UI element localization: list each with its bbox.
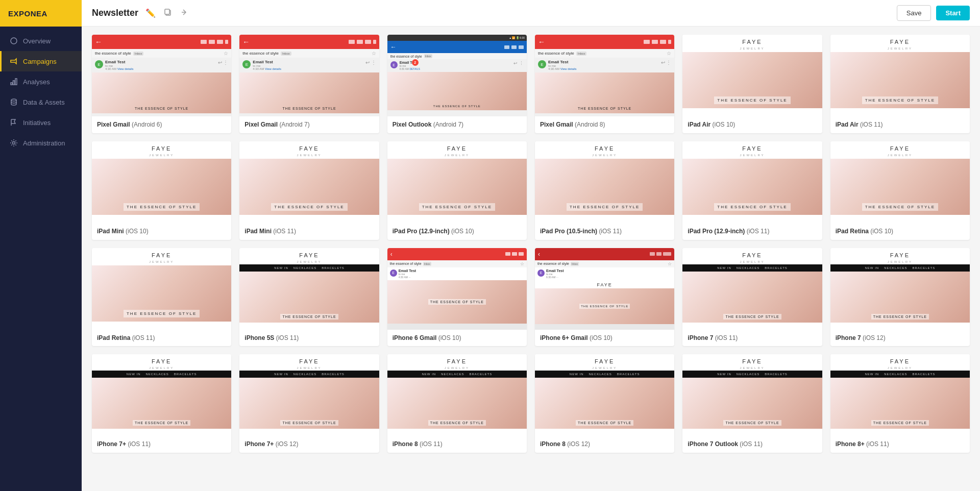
sidebar-item-overview[interactable]: Overview [0, 31, 82, 51]
card-label-7: iPad Mini (iOS 10) [92, 223, 231, 240]
preview-card-3[interactable]: ▲ 📶 🔋 6:30 ← the essence of style Inbox [387, 35, 527, 133]
card-img-16: ‹ the essence of style Inbox ☆ E [535, 248, 674, 330]
sidebar-item-administration[interactable]: Administration [0, 133, 82, 153]
card-img-2: ← the essence of style Inbox ☆ [239, 35, 379, 116]
settings-icon [10, 139, 18, 147]
card-img-22: FAYE JEWELRY NEW IN NECKLACES BRACELETS … [535, 354, 674, 436]
card-img-14: FAYE JEWELRY NEW IN NECKLACES BRACELETS … [239, 248, 379, 330]
card-img-8: FAYE JEWELRY THE ESSENCE OF STYLE [239, 141, 379, 223]
card-label-13: iPad Retina (iOS 11) [92, 330, 231, 347]
preview-card-21[interactable]: FAYE JEWELRY NEW IN NECKLACES BRACELETS … [387, 354, 527, 453]
preview-card-24[interactable]: FAYE JEWELRY NEW IN NECKLACES BRACELETS … [830, 354, 970, 453]
card-label-15: iPhone 6 Gmail (iOS 10) [387, 330, 527, 347]
preview-card-15[interactable]: ‹ the essence of style Inbox ☆ E [387, 248, 527, 347]
preview-area[interactable]: ← the essence of style Inbox ☆ [82, 27, 980, 491]
sidebar-item-initiatives[interactable]: Initiatives [0, 112, 82, 133]
top-header: Newsletter ✏️ Save Start [82, 0, 980, 27]
save-button[interactable]: Save [897, 5, 932, 21]
card-img-13: FAYE JEWELRY THE ESSENCE OF STYLE [92, 248, 231, 330]
preview-card-17[interactable]: FAYE JEWELRY NEW IN NECKLACES BRACELETS … [682, 248, 822, 347]
card-label-23: iPhone 7 Outlook (iOS 11) [682, 436, 822, 453]
preview-card-8[interactable]: FAYE JEWELRY THE ESSENCE OF STYLE iPad M… [239, 141, 379, 240]
preview-card-7[interactable]: FAYE JEWELRY THE ESSENCE OF STYLE iPad M… [92, 141, 231, 240]
preview-card-4[interactable]: ← the essence of style Inbox ☆ [535, 35, 674, 133]
card-img-17: FAYE JEWELRY NEW IN NECKLACES BRACELETS … [682, 248, 822, 330]
card-label-1: Pixel Gmail (Android 6) [92, 116, 231, 133]
card-label-3: Pixel Outlook (Android 7) [387, 116, 527, 133]
logo: EXPONEA [0, 0, 82, 27]
sidebar-item-campaigns[interactable]: Campaigns [0, 51, 82, 71]
preview-card-14[interactable]: FAYE JEWELRY NEW IN NECKLACES BRACELETS … [239, 248, 379, 347]
preview-grid: ← the essence of style Inbox ☆ [92, 35, 970, 453]
card-img-21: FAYE JEWELRY NEW IN NECKLACES BRACELETS … [387, 354, 527, 436]
megaphone-icon [10, 57, 18, 65]
card-label-20: iPhone 7+ (iOS 12) [239, 436, 379, 453]
card-img-6: FAYE JEWELRY THE ESSENCE OF STYLE [830, 35, 970, 116]
card-label-10: iPad Pro (10.5-inch) (iOS 11) [535, 223, 674, 240]
preview-card-16[interactable]: ‹ the essence of style Inbox ☆ E [535, 248, 674, 347]
sidebar-label-initiatives: Initiatives [23, 119, 51, 127]
svg-rect-1 [11, 83, 12, 85]
sidebar-item-data-assets[interactable]: Data & Assets [0, 92, 82, 112]
card-img-9: FAYE JEWELRY THE ESSENCE OF STYLE [387, 141, 527, 223]
svg-rect-7 [165, 9, 169, 14]
start-button[interactable]: Start [936, 6, 970, 20]
sidebar-label-overview: Overview [23, 37, 51, 45]
preview-card-22[interactable]: FAYE JEWELRY NEW IN NECKLACES BRACELETS … [535, 354, 674, 453]
svg-point-0 [11, 38, 17, 44]
preview-card-5[interactable]: FAYE JEWELRY THE ESSENCE OF STYLE iPad A… [682, 35, 822, 133]
preview-card-12[interactable]: FAYE JEWELRY THE ESSENCE OF STYLE iPad R… [830, 141, 970, 240]
card-img-19: FAYE JEWELRY NEW IN NECKLACES BRACELETS … [92, 354, 231, 436]
svg-rect-3 [15, 79, 17, 85]
card-label-5: iPad Air (iOS 10) [682, 116, 822, 133]
sidebar-label-administration: Administration [23, 139, 65, 147]
preview-card-11[interactable]: FAYE JEWELRY THE ESSENCE OF STYLE iPad P… [682, 141, 822, 240]
sidebar-label-analyses: Analyses [23, 78, 50, 86]
card-label-17: iPhone 7 (iOS 11) [682, 330, 822, 347]
share-icon[interactable] [178, 6, 190, 20]
card-label-18: iPhone 7 (iOS 12) [830, 330, 970, 347]
preview-card-10[interactable]: FAYE JEWELRY THE ESSENCE OF STYLE iPad P… [535, 141, 674, 240]
card-img-24: FAYE JEWELRY NEW IN NECKLACES BRACELETS … [830, 354, 970, 436]
circle-icon [10, 37, 18, 45]
copy-icon[interactable] [162, 6, 174, 20]
preview-card-9[interactable]: FAYE JEWELRY THE ESSENCE OF STYLE iPad P… [387, 141, 527, 240]
svg-point-5 [13, 142, 15, 144]
card-label-9: iPad Pro (12.9-inch) (iOS 10) [387, 223, 527, 240]
card-label-21: iPhone 8 (iOS 11) [387, 436, 527, 453]
sidebar-label-data-assets: Data & Assets [23, 99, 65, 106]
preview-card-2[interactable]: ← the essence of style Inbox ☆ [239, 35, 379, 133]
card-label-8: iPad Mini (iOS 11) [239, 223, 379, 240]
card-img-7: FAYE JEWELRY THE ESSENCE OF STYLE [92, 141, 231, 223]
preview-card-1[interactable]: ← the essence of style Inbox ☆ [92, 35, 231, 133]
card-label-16: iPhone 6+ Gmail (iOS 10) [535, 330, 674, 347]
svg-point-4 [11, 99, 16, 101]
card-img-10: FAYE JEWELRY THE ESSENCE OF STYLE [535, 141, 674, 223]
card-label-6: iPad Air (iOS 11) [830, 116, 970, 133]
card-label-11: iPad Pro (12.9-inch) (iOS 11) [682, 223, 822, 240]
main-content: Newsletter ✏️ Save Start ← [82, 0, 980, 491]
preview-card-20[interactable]: FAYE JEWELRY NEW IN NECKLACES BRACELETS … [239, 354, 379, 453]
card-label-14: iPhone 5S (iOS 11) [239, 330, 379, 347]
preview-card-18[interactable]: FAYE JEWELRY NEW IN NECKLACES BRACELETS … [830, 248, 970, 347]
card-label-22: iPhone 8 (iOS 12) [535, 436, 674, 453]
card-img-23: FAYE JEWELRY NEW IN NECKLACES BRACELETS … [682, 354, 822, 436]
card-img-5: FAYE JEWELRY THE ESSENCE OF STYLE [682, 35, 822, 116]
card-img-3: ▲ 📶 🔋 6:30 ← the essence of style Inbox [387, 35, 527, 116]
preview-card-23[interactable]: FAYE JEWELRY NEW IN NECKLACES BRACELETS … [682, 354, 822, 453]
edit-icon[interactable]: ✏️ [143, 6, 158, 20]
logo-text: EXPONEA [8, 9, 47, 18]
preview-card-13[interactable]: FAYE JEWELRY THE ESSENCE OF STYLE iPad R… [92, 248, 231, 347]
card-img-1: ← the essence of style Inbox ☆ [92, 35, 231, 116]
preview-card-19[interactable]: FAYE JEWELRY NEW IN NECKLACES BRACELETS … [92, 354, 231, 453]
chart-icon [10, 78, 18, 86]
sidebar: EXPONEA Overview Campaigns [0, 0, 82, 491]
card-label-12: iPad Retina (iOS 10) [830, 223, 970, 240]
preview-card-6[interactable]: FAYE JEWELRY THE ESSENCE OF STYLE iPad A… [830, 35, 970, 133]
sidebar-item-analyses[interactable]: Analyses [0, 71, 82, 92]
header-icons: ✏️ [143, 6, 190, 20]
card-img-4: ← the essence of style Inbox ☆ [535, 35, 674, 116]
card-img-20: FAYE JEWELRY NEW IN NECKLACES BRACELETS … [239, 354, 379, 436]
card-label-19: iPhone 7+ (iOS 11) [92, 436, 231, 453]
flag-icon [10, 118, 18, 127]
